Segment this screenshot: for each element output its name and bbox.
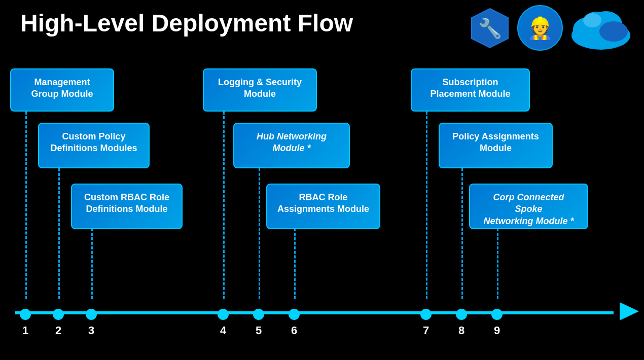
management-group-module: ManagementGroup Module	[10, 68, 114, 112]
timeline-line	[15, 311, 614, 314]
step-label-5: 5	[256, 324, 262, 337]
step-label-3: 3	[88, 324, 94, 337]
custom-rbac-module: Custom RBAC RoleDefinitions Module	[71, 184, 183, 229]
timeline-arrow	[620, 302, 639, 320]
svg-point-8	[583, 13, 601, 27]
dashed-line-1	[25, 112, 27, 299]
rbac-role-assignments-module: RBAC RoleAssignments Module	[266, 184, 380, 229]
dashed-line-5	[259, 168, 260, 299]
step-label-6: 6	[291, 324, 297, 337]
step-label-1: 1	[22, 324, 28, 337]
svg-text:👷: 👷	[527, 16, 554, 41]
timeline-dot-4	[218, 309, 229, 320]
dashed-line-6	[294, 228, 296, 299]
icons-area: 🔧 👷	[468, 5, 634, 51]
timeline-dot-5	[253, 309, 264, 320]
custom-policy-module: Custom PolicyDefinitions Modules	[38, 123, 150, 168]
step-label-2: 2	[55, 324, 61, 337]
dashed-line-3	[91, 228, 93, 299]
cloud-icon	[568, 5, 634, 51]
dashed-line-7	[426, 112, 427, 299]
timeline-dot-7	[420, 309, 432, 320]
dashed-line-9	[497, 228, 498, 299]
step-label-9: 9	[494, 324, 500, 337]
timeline-dot-3	[86, 309, 97, 320]
timeline-dot-9	[491, 309, 503, 320]
page-title: High-Level Deployment Flow	[20, 9, 353, 37]
helmet-icon: 👷	[517, 5, 563, 51]
corp-connected-spoke-module: Corp Connected SpokeNetworking Module *	[469, 184, 588, 229]
timeline-dot-1	[20, 309, 31, 320]
svg-text:🔧: 🔧	[478, 17, 502, 40]
page: High-Level Deployment Flow 🔧 👷	[0, 0, 644, 360]
tools-icon: 🔧	[468, 6, 512, 50]
dashed-line-8	[461, 168, 463, 299]
timeline-dot-8	[456, 309, 467, 320]
timeline-dot-6	[289, 309, 300, 320]
dashed-line-4	[223, 112, 225, 299]
hub-networking-module: Hub NetworkingModule *	[233, 123, 350, 168]
step-label-4: 4	[220, 324, 226, 337]
svg-point-7	[599, 21, 628, 42]
step-label-8: 8	[458, 324, 464, 337]
subscription-placement-module: SubscriptionPlacement Module	[411, 68, 530, 112]
timeline-dot-2	[53, 309, 64, 320]
policy-assignments-module: Policy AssignmentsModule	[439, 123, 553, 168]
step-label-7: 7	[423, 324, 429, 337]
dashed-line-2	[58, 168, 60, 299]
logging-security-module: Logging & SecurityModule	[203, 68, 317, 112]
